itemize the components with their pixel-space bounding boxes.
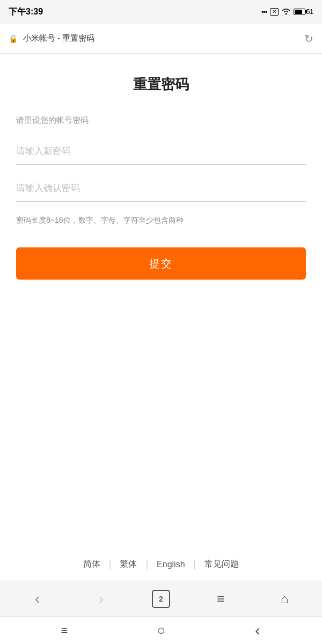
system-nav-bar: ≡ ○ ‹ [0,616,322,644]
confirm-password-input[interactable] [16,175,306,202]
wifi-icon [281,8,291,17]
lang-traditional[interactable]: 繁体 [111,559,145,570]
lock-icon: 🔒 [9,34,18,43]
browser-forward-button[interactable]: › [88,586,115,612]
browser-nav-bar: ‹ › 2 ≡ ⌂ [0,581,322,616]
subtitle-text: 请重设您的帐号密码 [16,115,306,126]
system-back-button[interactable]: ‹ [247,620,268,641]
lang-simplified[interactable]: 简体 [75,559,109,570]
password-hint: 密码长度8~16位，数字、字母、字符至少包含两种 [16,215,306,226]
battery-icon: 51 [294,8,313,16]
status-icons: ••• ✕ 51 [261,8,313,17]
reload-button[interactable]: ↻ [304,32,313,45]
footer-language-bar: 简体 | 繁体 | English | 常见问题 [0,543,322,581]
browser-home-button[interactable]: ⌂ [271,586,298,612]
status-bar: 下午3:39 ••• ✕ 51 [0,0,322,24]
lang-faq[interactable]: 常见问题 [196,559,247,570]
new-password-input[interactable] [16,138,306,165]
lang-english[interactable]: English [148,560,193,569]
address-bar: 🔒 小米帐号 - 重置密码 ↻ [0,24,322,54]
browser-menu-button[interactable]: ≡ [207,586,234,612]
system-home-button[interactable]: ○ [150,620,172,641]
x-icon: ✕ [270,8,279,16]
browser-tabs-button[interactable]: 2 [152,590,170,608]
status-time: 下午3:39 [9,6,43,18]
page-title: 重置密码 [16,75,306,94]
battery-percent: 51 [306,8,313,16]
system-menu-button[interactable]: ≡ [54,620,75,641]
submit-button[interactable]: 提交 [16,247,306,280]
page-url: 小米帐号 - 重置密码 [23,33,299,43]
browser-back-button[interactable]: ‹ [24,586,51,612]
main-content: 重置密码 请重设您的帐号密码 密码长度8~16位，数字、字母、字符至少包含两种 … [0,54,322,543]
signal-icon: ••• [261,8,267,16]
